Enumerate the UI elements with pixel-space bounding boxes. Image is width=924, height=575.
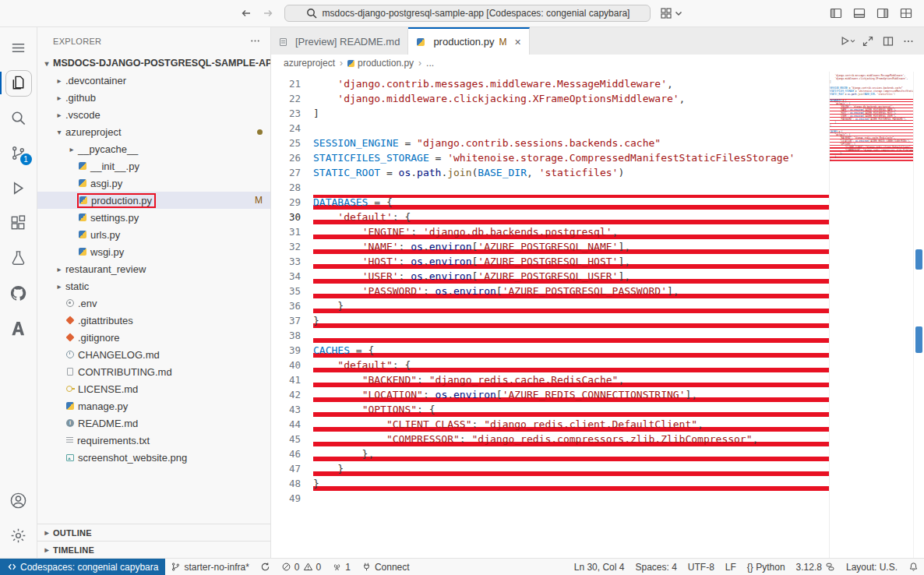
problems-status[interactable]: 00 xyxy=(276,559,326,575)
tree-item-azureproject[interactable]: ▾azureproject xyxy=(37,123,270,140)
code-line-32[interactable]: 32 'NAME': os.environ['AZURE_POSTGRESQL_… xyxy=(271,239,829,254)
code-line-33[interactable]: 33 'HOST': os.environ['AZURE_POSTGRESQL_… xyxy=(271,254,829,269)
code-line-37[interactable]: 37} xyxy=(271,313,829,328)
sync-changes-button[interactable] xyxy=(255,559,276,575)
code-editor[interactable]: 21 'django.contrib.messages.middleware.M… xyxy=(271,72,829,558)
code-line-41[interactable]: 41 "BACKEND": "django_redis.cache.RedisC… xyxy=(271,372,829,387)
tree-item-pycache[interactable]: ▸__pycache__ xyxy=(37,140,270,157)
code-line-29[interactable]: 29DATABASES = { xyxy=(271,195,829,210)
code-line-38[interactable]: 38 xyxy=(271,328,829,343)
notifications-button[interactable] xyxy=(903,559,924,575)
tab-readme-preview[interactable]: [Preview] README.md xyxy=(271,27,408,55)
connect-button[interactable]: Connect xyxy=(356,559,415,575)
tree-item-gitattributes[interactable]: .gitattributes xyxy=(37,312,270,329)
accounts-button[interactable] xyxy=(0,483,37,518)
code-line-43[interactable]: 43 "OPTIONS": { xyxy=(271,402,829,417)
git-branch-status[interactable]: starter-no-infra* xyxy=(165,559,254,575)
tree-item-changelog-md[interactable]: CHANGELOG.md xyxy=(37,346,270,363)
code-line-46[interactable]: 46 }, xyxy=(271,446,829,461)
forward-button[interactable] xyxy=(258,4,278,23)
eol-status[interactable]: LF xyxy=(720,559,742,575)
code-line-30[interactable]: 30 'default': { xyxy=(271,210,829,224)
tab-production-py[interactable]: production.pyM× xyxy=(408,27,529,55)
tree-item-msdocs-django-postgresql-sample-app[interactable]: ▾MSDOCS-DJANGO-POSTGRESQL-SAMPLE-APP... xyxy=(37,55,270,72)
tree-item-env[interactable]: .env xyxy=(37,295,270,312)
breadcrumb-item[interactable]: azureproject xyxy=(284,58,335,69)
tree-item-requirements-txt[interactable]: requirements.txt xyxy=(37,432,270,449)
tree-item-init-py[interactable]: __init__.py xyxy=(37,157,270,175)
tree-item-gitignore[interactable]: .gitignore xyxy=(37,329,270,346)
code-line-23[interactable]: 23] xyxy=(271,106,829,121)
section-timeline[interactable]: ▸TIMELINE xyxy=(37,541,270,558)
tree-item-asgi-py[interactable]: asgi.py xyxy=(37,175,270,192)
code-line-45[interactable]: 45 "COMPRESSOR": "django_redis.compresso… xyxy=(271,432,829,446)
github-view-button[interactable] xyxy=(0,276,37,311)
toggle-panel-button[interactable] xyxy=(849,4,869,23)
tree-item-production-py[interactable]: production.pyM xyxy=(37,192,270,209)
code-line-34[interactable]: 34 'USER': os.environ['AZURE_POSTGRESQL_… xyxy=(271,269,829,284)
tree-item-devcontainer[interactable]: ▸.devcontainer xyxy=(37,72,270,89)
toggle-secondary-sidebar-button[interactable] xyxy=(873,4,893,23)
overview-ruler[interactable] xyxy=(913,72,924,558)
split-editor-button[interactable] xyxy=(879,32,898,51)
interpreter-status[interactable]: 3.12.8 xyxy=(791,559,841,575)
run-python-file-button[interactable] xyxy=(838,32,857,51)
code-line-35[interactable]: 35 'PASSWORD': os.environ['AZURE_POSTGRE… xyxy=(271,284,829,298)
tree-item-settings-py[interactable]: settings.py xyxy=(37,209,270,226)
search-view-button[interactable] xyxy=(0,101,37,136)
minimap[interactable]: 'django.contrib.messages.middleware.Mess… xyxy=(829,72,913,558)
code-line-21[interactable]: 21 'django.contrib.messages.middleware.M… xyxy=(271,76,829,91)
more-actions-icon[interactable] xyxy=(249,35,261,47)
language-status[interactable]: {} Python xyxy=(742,559,791,575)
remote-indicator[interactable]: Codespaces: congenial capybara xyxy=(0,559,165,575)
toggle-sidebar-button[interactable] xyxy=(826,4,846,23)
code-line-28[interactable]: 28 xyxy=(271,180,829,195)
source-control-view-button[interactable]: 1 xyxy=(0,136,37,171)
run-debug-view-button[interactable] xyxy=(0,171,37,206)
code-line-39[interactable]: 39CACHES = { xyxy=(271,343,829,358)
code-line-40[interactable]: 40 "default": { xyxy=(271,358,829,372)
back-button[interactable] xyxy=(236,4,256,23)
azure-view-button[interactable] xyxy=(0,311,37,346)
codespaces-menu-button[interactable] xyxy=(657,4,688,23)
keyboard-layout-status[interactable]: Layout: U.S. xyxy=(841,559,903,575)
tree-item-screenshot-website-png[interactable]: screenshot_website.png xyxy=(37,449,270,466)
indentation-status[interactable]: Spaces: 4 xyxy=(630,559,682,575)
tree-item-contributing-md[interactable]: CONTRIBUTING.md xyxy=(37,363,270,380)
cursor-position-status[interactable]: Ln 30, Col 4 xyxy=(569,559,630,575)
code-line-22[interactable]: 22 'django.middleware.clickjacking.XFram… xyxy=(271,91,829,106)
code-line-24[interactable]: 24 xyxy=(271,121,829,136)
section-outline[interactable]: ▸OUTLINE xyxy=(37,524,270,541)
breadcrumb-item[interactable]: production.py xyxy=(347,58,414,69)
code-line-36[interactable]: 36 } xyxy=(271,298,829,313)
tree-item-vscode[interactable]: ▸.vscode xyxy=(37,106,270,123)
code-line-27[interactable]: 27STATIC_ROOT = os.path.join(BASE_DIR, '… xyxy=(271,165,829,180)
more-actions-button[interactable] xyxy=(899,32,918,51)
menu-button[interactable] xyxy=(0,30,37,65)
testing-view-button[interactable] xyxy=(0,241,37,276)
tree-item-wsgi-py[interactable]: wsgi.py xyxy=(37,243,270,260)
code-line-47[interactable]: 47 } xyxy=(271,461,829,476)
code-line-48[interactable]: 48} xyxy=(271,476,829,491)
code-line-25[interactable]: 25SESSION_ENGINE = "django.contrib.sessi… xyxy=(271,136,829,150)
settings-button[interactable] xyxy=(0,518,37,553)
tree-item-readme-md[interactable]: README.md xyxy=(37,414,270,432)
code-line-49[interactable]: 49 xyxy=(271,491,829,506)
tree-item-urls-py[interactable]: urls.py xyxy=(37,226,270,243)
code-line-44[interactable]: 44 "CLIENT_CLASS": "django_redis.client.… xyxy=(271,417,829,432)
code-line-31[interactable]: 31 'ENGINE': 'django.db.backends.postgre… xyxy=(271,224,829,239)
encoding-status[interactable]: UTF-8 xyxy=(682,559,720,575)
open-changes-button[interactable] xyxy=(859,32,877,51)
code-line-26[interactable]: 26STATICFILES_STORAGE = 'whitenoise.stor… xyxy=(271,150,829,165)
code-line-42[interactable]: 42 "LOCATION": os.environ['AZURE_REDIS_C… xyxy=(271,387,829,402)
tree-item-restaurant-review[interactable]: ▸restaurant_review xyxy=(37,260,270,277)
ports-status[interactable]: 1 xyxy=(326,559,356,575)
tree-item-github[interactable]: ▸.github xyxy=(37,89,270,106)
extensions-view-button[interactable] xyxy=(0,206,37,241)
tree-item-license-md[interactable]: LICENSE.md xyxy=(37,380,270,397)
command-center-search[interactable]: msdocs-django-postgresql-sample-app [Cod… xyxy=(284,5,651,22)
tree-item-manage-py[interactable]: manage.py xyxy=(37,397,270,414)
tree-item-static[interactable]: ▸static xyxy=(37,277,270,295)
explorer-view-button[interactable] xyxy=(0,65,37,101)
close-icon[interactable]: × xyxy=(514,36,520,48)
